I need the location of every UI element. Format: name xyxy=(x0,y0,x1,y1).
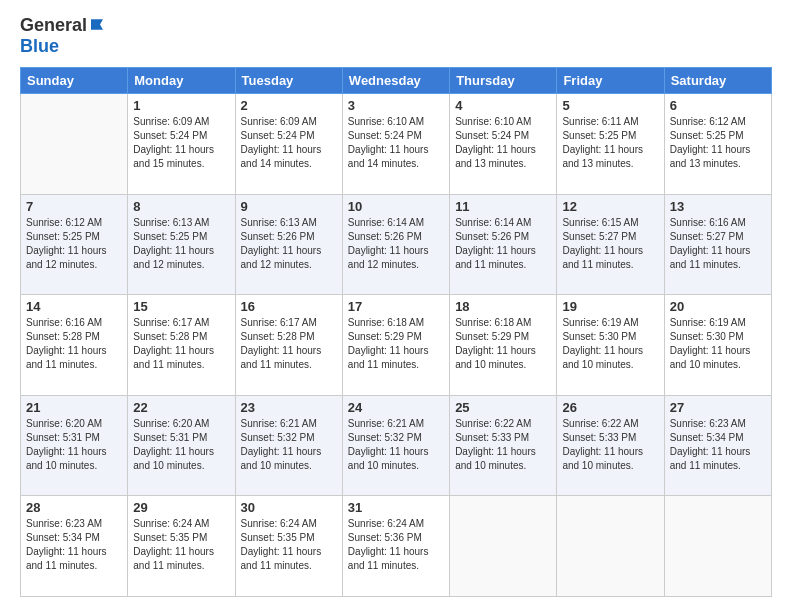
calendar-cell: 19Sunrise: 6:19 AM Sunset: 5:30 PM Dayli… xyxy=(557,295,664,396)
calendar-cell: 21Sunrise: 6:20 AM Sunset: 5:31 PM Dayli… xyxy=(21,395,128,496)
logo-flag-icon xyxy=(88,17,106,35)
day-info: Sunrise: 6:24 AM Sunset: 5:35 PM Dayligh… xyxy=(241,517,337,573)
day-number: 27 xyxy=(670,400,766,415)
calendar-cell: 13Sunrise: 6:16 AM Sunset: 5:27 PM Dayli… xyxy=(664,194,771,295)
day-info: Sunrise: 6:10 AM Sunset: 5:24 PM Dayligh… xyxy=(348,115,444,171)
day-info: Sunrise: 6:14 AM Sunset: 5:26 PM Dayligh… xyxy=(348,216,444,272)
day-info: Sunrise: 6:19 AM Sunset: 5:30 PM Dayligh… xyxy=(670,316,766,372)
day-info: Sunrise: 6:17 AM Sunset: 5:28 PM Dayligh… xyxy=(241,316,337,372)
calendar-cell xyxy=(21,94,128,195)
day-info: Sunrise: 6:21 AM Sunset: 5:32 PM Dayligh… xyxy=(241,417,337,473)
calendar-cell: 18Sunrise: 6:18 AM Sunset: 5:29 PM Dayli… xyxy=(450,295,557,396)
calendar-header-row: SundayMondayTuesdayWednesdayThursdayFrid… xyxy=(21,68,772,94)
day-number: 31 xyxy=(348,500,444,515)
logo-general: General xyxy=(20,15,87,36)
day-number: 11 xyxy=(455,199,551,214)
calendar-cell: 5Sunrise: 6:11 AM Sunset: 5:25 PM Daylig… xyxy=(557,94,664,195)
day-number: 5 xyxy=(562,98,658,113)
calendar-cell: 11Sunrise: 6:14 AM Sunset: 5:26 PM Dayli… xyxy=(450,194,557,295)
day-number: 21 xyxy=(26,400,122,415)
day-number: 15 xyxy=(133,299,229,314)
day-info: Sunrise: 6:11 AM Sunset: 5:25 PM Dayligh… xyxy=(562,115,658,171)
day-number: 23 xyxy=(241,400,337,415)
day-number: 17 xyxy=(348,299,444,314)
day-number: 29 xyxy=(133,500,229,515)
calendar-cell: 20Sunrise: 6:19 AM Sunset: 5:30 PM Dayli… xyxy=(664,295,771,396)
calendar-cell: 31Sunrise: 6:24 AM Sunset: 5:36 PM Dayli… xyxy=(342,496,449,597)
day-number: 25 xyxy=(455,400,551,415)
calendar-cell: 29Sunrise: 6:24 AM Sunset: 5:35 PM Dayli… xyxy=(128,496,235,597)
day-number: 18 xyxy=(455,299,551,314)
calendar-cell: 1Sunrise: 6:09 AM Sunset: 5:24 PM Daylig… xyxy=(128,94,235,195)
calendar-cell: 3Sunrise: 6:10 AM Sunset: 5:24 PM Daylig… xyxy=(342,94,449,195)
day-number: 8 xyxy=(133,199,229,214)
calendar-header-thursday: Thursday xyxy=(450,68,557,94)
calendar-cell xyxy=(664,496,771,597)
day-info: Sunrise: 6:13 AM Sunset: 5:25 PM Dayligh… xyxy=(133,216,229,272)
day-info: Sunrise: 6:14 AM Sunset: 5:26 PM Dayligh… xyxy=(455,216,551,272)
day-info: Sunrise: 6:18 AM Sunset: 5:29 PM Dayligh… xyxy=(455,316,551,372)
day-number: 10 xyxy=(348,199,444,214)
calendar-header-wednesday: Wednesday xyxy=(342,68,449,94)
day-info: Sunrise: 6:16 AM Sunset: 5:28 PM Dayligh… xyxy=(26,316,122,372)
day-number: 26 xyxy=(562,400,658,415)
calendar-cell: 22Sunrise: 6:20 AM Sunset: 5:31 PM Dayli… xyxy=(128,395,235,496)
calendar-cell: 27Sunrise: 6:23 AM Sunset: 5:34 PM Dayli… xyxy=(664,395,771,496)
day-info: Sunrise: 6:22 AM Sunset: 5:33 PM Dayligh… xyxy=(562,417,658,473)
day-number: 16 xyxy=(241,299,337,314)
day-number: 9 xyxy=(241,199,337,214)
calendar-cell: 8Sunrise: 6:13 AM Sunset: 5:25 PM Daylig… xyxy=(128,194,235,295)
calendar-header-friday: Friday xyxy=(557,68,664,94)
day-info: Sunrise: 6:12 AM Sunset: 5:25 PM Dayligh… xyxy=(26,216,122,272)
day-number: 19 xyxy=(562,299,658,314)
header: General Blue xyxy=(20,15,772,57)
calendar-cell: 7Sunrise: 6:12 AM Sunset: 5:25 PM Daylig… xyxy=(21,194,128,295)
day-number: 1 xyxy=(133,98,229,113)
calendar-cell: 15Sunrise: 6:17 AM Sunset: 5:28 PM Dayli… xyxy=(128,295,235,396)
calendar-week-row: 14Sunrise: 6:16 AM Sunset: 5:28 PM Dayli… xyxy=(21,295,772,396)
page: General Blue SundayMondayTuesdayWednesda… xyxy=(0,0,792,612)
day-info: Sunrise: 6:20 AM Sunset: 5:31 PM Dayligh… xyxy=(133,417,229,473)
day-info: Sunrise: 6:21 AM Sunset: 5:32 PM Dayligh… xyxy=(348,417,444,473)
calendar-cell xyxy=(450,496,557,597)
calendar-cell: 25Sunrise: 6:22 AM Sunset: 5:33 PM Dayli… xyxy=(450,395,557,496)
calendar-week-row: 1Sunrise: 6:09 AM Sunset: 5:24 PM Daylig… xyxy=(21,94,772,195)
calendar-cell: 23Sunrise: 6:21 AM Sunset: 5:32 PM Dayli… xyxy=(235,395,342,496)
calendar-cell: 17Sunrise: 6:18 AM Sunset: 5:29 PM Dayli… xyxy=(342,295,449,396)
day-number: 22 xyxy=(133,400,229,415)
day-number: 30 xyxy=(241,500,337,515)
calendar-cell: 26Sunrise: 6:22 AM Sunset: 5:33 PM Dayli… xyxy=(557,395,664,496)
day-info: Sunrise: 6:17 AM Sunset: 5:28 PM Dayligh… xyxy=(133,316,229,372)
calendar-week-row: 7Sunrise: 6:12 AM Sunset: 5:25 PM Daylig… xyxy=(21,194,772,295)
day-info: Sunrise: 6:15 AM Sunset: 5:27 PM Dayligh… xyxy=(562,216,658,272)
day-number: 20 xyxy=(670,299,766,314)
calendar-week-row: 28Sunrise: 6:23 AM Sunset: 5:34 PM Dayli… xyxy=(21,496,772,597)
calendar-week-row: 21Sunrise: 6:20 AM Sunset: 5:31 PM Dayli… xyxy=(21,395,772,496)
calendar-cell: 4Sunrise: 6:10 AM Sunset: 5:24 PM Daylig… xyxy=(450,94,557,195)
calendar-cell: 2Sunrise: 6:09 AM Sunset: 5:24 PM Daylig… xyxy=(235,94,342,195)
calendar-cell: 14Sunrise: 6:16 AM Sunset: 5:28 PM Dayli… xyxy=(21,295,128,396)
day-info: Sunrise: 6:18 AM Sunset: 5:29 PM Dayligh… xyxy=(348,316,444,372)
calendar-header-sunday: Sunday xyxy=(21,68,128,94)
calendar-cell: 16Sunrise: 6:17 AM Sunset: 5:28 PM Dayli… xyxy=(235,295,342,396)
day-number: 14 xyxy=(26,299,122,314)
calendar-cell: 12Sunrise: 6:15 AM Sunset: 5:27 PM Dayli… xyxy=(557,194,664,295)
calendar-cell: 10Sunrise: 6:14 AM Sunset: 5:26 PM Dayli… xyxy=(342,194,449,295)
calendar-table: SundayMondayTuesdayWednesdayThursdayFrid… xyxy=(20,67,772,597)
day-info: Sunrise: 6:10 AM Sunset: 5:24 PM Dayligh… xyxy=(455,115,551,171)
calendar-cell: 6Sunrise: 6:12 AM Sunset: 5:25 PM Daylig… xyxy=(664,94,771,195)
day-info: Sunrise: 6:13 AM Sunset: 5:26 PM Dayligh… xyxy=(241,216,337,272)
day-number: 28 xyxy=(26,500,122,515)
day-info: Sunrise: 6:12 AM Sunset: 5:25 PM Dayligh… xyxy=(670,115,766,171)
calendar-header-tuesday: Tuesday xyxy=(235,68,342,94)
day-number: 3 xyxy=(348,98,444,113)
day-info: Sunrise: 6:23 AM Sunset: 5:34 PM Dayligh… xyxy=(26,517,122,573)
day-info: Sunrise: 6:09 AM Sunset: 5:24 PM Dayligh… xyxy=(241,115,337,171)
logo: General Blue xyxy=(20,15,106,57)
calendar-cell: 9Sunrise: 6:13 AM Sunset: 5:26 PM Daylig… xyxy=(235,194,342,295)
calendar-cell: 30Sunrise: 6:24 AM Sunset: 5:35 PM Dayli… xyxy=(235,496,342,597)
logo-text: General xyxy=(20,15,106,36)
day-number: 13 xyxy=(670,199,766,214)
day-info: Sunrise: 6:22 AM Sunset: 5:33 PM Dayligh… xyxy=(455,417,551,473)
day-number: 4 xyxy=(455,98,551,113)
